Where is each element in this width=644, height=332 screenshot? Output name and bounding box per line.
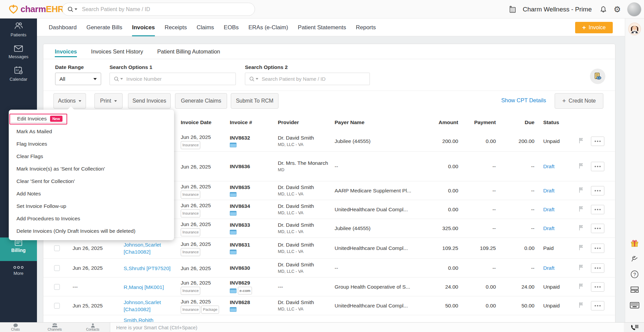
invoice-number[interactable]: INV8628 — [230, 299, 276, 306]
context-menu-item[interactable]: Set Invoice Follow-up — [9, 200, 174, 212]
credit-note-button[interactable]: + Credit Note — [555, 93, 603, 109]
status-cell[interactable]: Draft — [543, 163, 575, 170]
context-menu-item[interactable]: Add Procedures to Invoices — [9, 212, 174, 225]
nav-tab[interactable]: Generate Bills — [86, 19, 122, 36]
nav-tab[interactable]: EOBs — [224, 19, 239, 36]
invoice-number[interactable]: INV8631 — [230, 242, 276, 248]
sidebar-item-billing[interactable]: Billing — [0, 237, 37, 261]
actions-dropdown-button[interactable]: Actions — [53, 93, 86, 109]
context-menu-item[interactable]: Clear 'Sent for Collection' — [9, 175, 174, 187]
whats-new-gift-icon[interactable] — [630, 239, 639, 249]
patient-link[interactable]: Johnson,Scarlet [Cha10082] — [124, 241, 177, 255]
invoice-number[interactable]: INV8634 — [230, 203, 276, 210]
flag-icon[interactable] — [578, 206, 589, 213]
flag-icon[interactable] — [578, 187, 589, 194]
status-cell[interactable]: Unpaid — [543, 284, 575, 290]
row-more-actions-button[interactable] — [591, 186, 604, 195]
sidebar-item-more[interactable]: More — [0, 266, 37, 276]
row-checkbox[interactable] — [54, 265, 60, 271]
flag-icon[interactable] — [578, 138, 589, 145]
status-cell[interactable]: Draft — [543, 265, 575, 271]
search-icon[interactable] — [249, 76, 258, 82]
context-menu-item[interactable]: Mark Invoice(s) as 'Sent for Collection' — [9, 162, 174, 175]
integrations-plug-icon[interactable] — [631, 255, 639, 264]
subtab[interactable]: Invoices Sent History — [91, 44, 143, 59]
flag-icon[interactable] — [578, 225, 589, 232]
flag-icon[interactable] — [578, 264, 589, 272]
nav-tab[interactable]: Claims — [197, 19, 214, 36]
search-icon[interactable] — [114, 76, 123, 82]
submit-to-rcm-button[interactable]: Submit To RCM — [231, 93, 278, 109]
nav-tab[interactable]: Receipts — [165, 19, 187, 36]
assistant-avatar[interactable] — [628, 23, 641, 35]
status-cell[interactable]: Draft — [543, 188, 575, 194]
layout-widgets-icon[interactable] — [630, 286, 639, 294]
invoice-number[interactable]: INV8632 — [230, 135, 276, 141]
patient-search-input[interactable] — [262, 76, 370, 82]
patient-link[interactable]: R,Manoj [MK001] — [124, 283, 177, 290]
status-cell[interactable]: Draft — [543, 225, 575, 231]
row-checkbox[interactable] — [54, 284, 60, 290]
row-checkbox[interactable] — [54, 303, 60, 308]
search-icon[interactable] — [68, 6, 77, 12]
invoice-number[interactable]: INV8630 — [230, 265, 276, 271]
row-more-actions-button[interactable] — [591, 224, 604, 233]
row-more-actions-button[interactable] — [591, 162, 604, 171]
date-range-select[interactable]: All — [55, 73, 101, 85]
context-menu-item[interactable]: Delete Invoices (Only Draft Invoices wil… — [9, 225, 174, 237]
context-menu-item[interactable]: Edit Invoices New — [9, 113, 174, 125]
subtab[interactable]: Patient Billing Automation — [157, 44, 220, 59]
settings-gear-icon[interactable]: ⚙ — [613, 5, 621, 14]
contacts-button[interactable]: Contacts — [83, 323, 102, 332]
flag-icon[interactable] — [578, 163, 589, 170]
flag-icon[interactable] — [578, 283, 589, 291]
status-cell[interactable]: Unpaid — [543, 303, 575, 309]
new-invoice-button[interactable]: + Invoice — [575, 22, 613, 33]
user-avatar[interactable] — [627, 2, 641, 16]
print-dropdown-button[interactable]: Print — [94, 93, 123, 109]
nav-tab[interactable]: Reports — [356, 19, 376, 36]
flag-icon[interactable] — [578, 245, 589, 252]
context-menu-item[interactable]: Clear Flags — [9, 150, 174, 162]
invoice-number[interactable]: INV8635 — [230, 184, 276, 191]
invoice-number[interactable]: INV8629 — [230, 279, 276, 286]
facility-building-icon[interactable] — [508, 5, 517, 14]
keyboard-shortcuts-icon[interactable] — [630, 302, 639, 310]
help-icon[interactable]: ? — [631, 270, 639, 280]
row-more-actions-button[interactable] — [591, 244, 604, 253]
row-more-actions-button[interactable] — [591, 282, 604, 292]
nav-tab[interactable]: ERAs (e-Claim) — [249, 19, 288, 36]
nav-tab[interactable]: Dashboard — [49, 19, 77, 36]
smart-chat-input[interactable] — [110, 323, 624, 332]
channels-button[interactable]: Channels — [44, 323, 66, 332]
status-cell[interactable]: Draft — [543, 207, 575, 213]
row-more-actions-button[interactable] — [591, 301, 604, 310]
invoice-number[interactable]: INV8636 — [230, 163, 276, 170]
generate-claims-button[interactable]: Generate Claims — [175, 93, 227, 109]
global-search-input[interactable] — [82, 6, 255, 12]
row-more-actions-button[interactable] — [591, 205, 604, 214]
flag-icon[interactable] — [578, 302, 589, 309]
status-cell[interactable]: Paid — [543, 245, 575, 251]
sidebar-item-messages[interactable]: Messages — [0, 45, 37, 59]
sidebar-item-patients[interactable]: Patients — [0, 22, 37, 37]
invoice-number-input[interactable] — [126, 76, 235, 82]
nav-tab[interactable]: Patient Statements — [298, 19, 346, 36]
subtab[interactable]: Invoices — [55, 44, 77, 59]
row-more-actions-button[interactable] — [591, 137, 604, 146]
context-menu-item[interactable]: Add Notes — [9, 187, 174, 200]
notifications-bell-icon[interactable] — [599, 5, 607, 13]
practice-name[interactable]: Charm Wellness - Prime — [523, 6, 592, 13]
view-invoice-notes-button[interactable] — [590, 69, 605, 84]
show-cpt-details-link[interactable]: Show CPT Details — [501, 97, 546, 104]
context-menu-item[interactable]: Flag Invoices — [9, 138, 174, 150]
status-cell[interactable]: Unpaid — [543, 138, 575, 144]
sidebar-item-calendar[interactable]: 12 Calendar — [0, 66, 37, 82]
chats-button[interactable]: Chats — [7, 323, 24, 332]
nav-tab[interactable]: Invoices — [132, 19, 155, 36]
row-more-actions-button[interactable] — [591, 263, 604, 273]
patient-link[interactable]: Johnson,Scarlet [Cha10082] — [124, 299, 177, 313]
context-menu-item[interactable]: Mark As Mailed — [9, 125, 174, 138]
patient-link[interactable]: S,Shruthi [PT97520] — [124, 264, 177, 271]
phone-dialer-button[interactable] — [624, 323, 644, 332]
